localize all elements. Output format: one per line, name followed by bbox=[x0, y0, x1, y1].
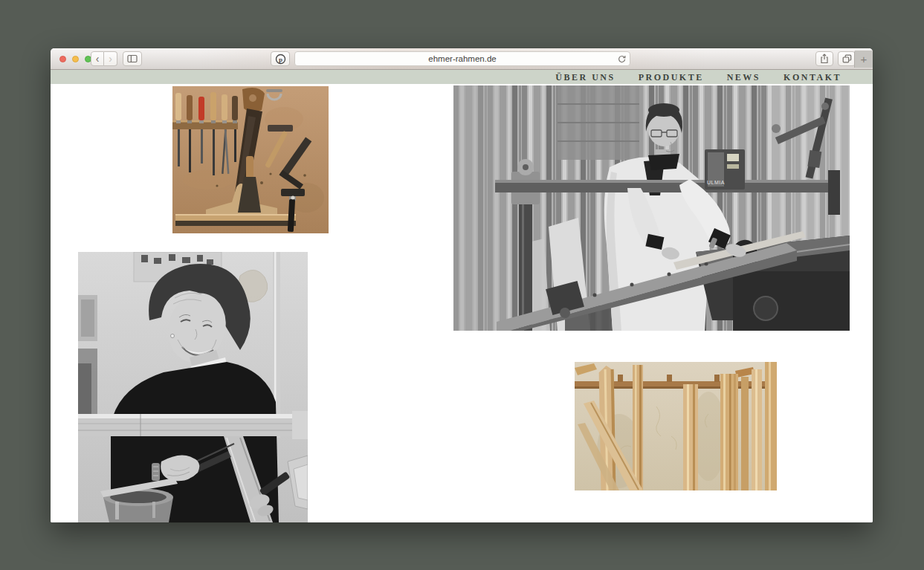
refresh-icon bbox=[618, 55, 626, 63]
address-bar[interactable]: ehmer-rahmen.de bbox=[294, 51, 630, 66]
workshop-illustration: ULMIA bbox=[453, 85, 850, 331]
pinterest-icon: p bbox=[275, 54, 286, 65]
straightedge bbox=[175, 214, 296, 226]
forward-icon: › bbox=[109, 54, 112, 64]
nav-link-kontakt[interactable]: KONTAKT bbox=[784, 72, 841, 83]
craftswoman-illustration bbox=[78, 252, 308, 522]
refresh-button[interactable] bbox=[618, 55, 626, 65]
back-button[interactable]: ‹ bbox=[91, 51, 104, 66]
forward-button[interactable]: › bbox=[104, 51, 117, 66]
page-content: ULMIA bbox=[51, 84, 873, 522]
tab-overview-button[interactable] bbox=[838, 51, 856, 66]
share-icon bbox=[820, 54, 829, 64]
browser-window: ‹ › p ehmer-rahmen.de bbox=[51, 48, 873, 522]
tools-wall-illustration bbox=[172, 86, 329, 233]
new-tab-button[interactable]: + bbox=[854, 51, 873, 68]
tabs-icon bbox=[842, 54, 852, 63]
history-buttons: ‹ › bbox=[91, 51, 117, 66]
mouldings-photo bbox=[575, 362, 777, 490]
frame-bar bbox=[78, 411, 308, 439]
minimize-button[interactable] bbox=[72, 56, 79, 62]
url-text: ehmer-rahmen.de bbox=[428, 54, 496, 63]
machine-brand-label: ULMIA bbox=[707, 180, 725, 185]
pinterest-extension-button[interactable]: p bbox=[271, 51, 290, 66]
sidebar-icon bbox=[127, 54, 138, 63]
svg-text:p: p bbox=[279, 55, 282, 62]
close-button[interactable] bbox=[59, 56, 66, 62]
plus-icon: + bbox=[861, 53, 868, 65]
tools-wall-photo bbox=[172, 86, 329, 233]
machine-post bbox=[519, 195, 532, 331]
sidebar-button[interactable] bbox=[123, 51, 142, 66]
wristwatch bbox=[152, 463, 160, 481]
site-navbar: ÜBER UNS PRODUKTE NEWS KONTAKT bbox=[51, 70, 873, 85]
nav-link-produkte[interactable]: PRODUKTE bbox=[639, 72, 704, 83]
mouldings-illustration bbox=[575, 362, 777, 490]
traffic-lights bbox=[59, 56, 91, 62]
browser-titlebar: ‹ › p ehmer-rahmen.de bbox=[51, 48, 873, 70]
nav-link-news[interactable]: NEWS bbox=[727, 72, 760, 83]
share-button[interactable] bbox=[815, 51, 833, 66]
workshop-machine-photo: ULMIA bbox=[453, 85, 850, 331]
nav-link-ueber-uns[interactable]: ÜBER UNS bbox=[555, 72, 615, 83]
back-icon: ‹ bbox=[96, 54, 100, 64]
craftswoman-photo bbox=[78, 252, 308, 522]
